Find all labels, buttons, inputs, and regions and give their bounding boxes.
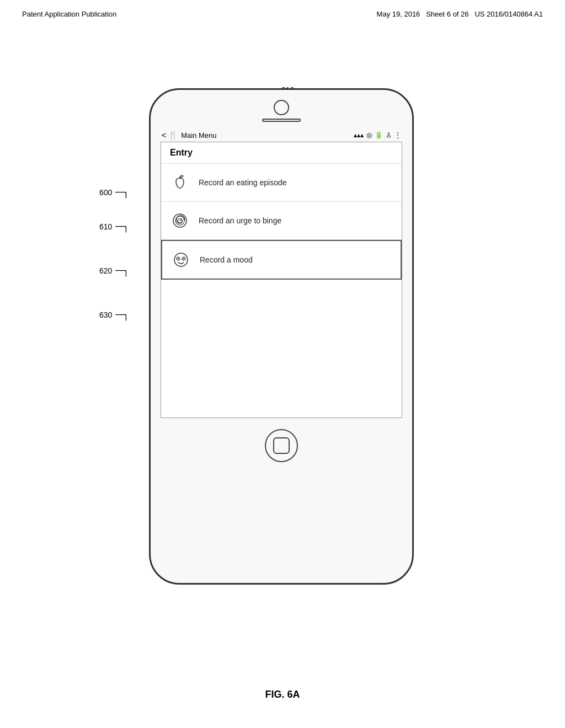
patent-header: Patent Application Publication May 19, 2… (0, 0, 565, 18)
entry-header: Entry (161, 142, 402, 164)
phone-camera (274, 100, 289, 115)
binge-urge-text: Record an urge to binge (199, 216, 281, 225)
phone-container: < 🍴 Main Menu ▴▴▴ ◎ 🔋 ♙ ⋮ Entry (149, 88, 414, 585)
entry-header-text: Entry (170, 148, 193, 157)
patent-header-left-text: Patent Application Publication (22, 10, 116, 18)
menu-item-eating[interactable]: Record an eating episode (161, 164, 402, 202)
svg-point-5 (174, 253, 188, 266)
apple-icon (170, 173, 190, 192)
phone-shell: < 🍴 Main Menu ▴▴▴ ◎ 🔋 ♙ ⋮ Entry (149, 88, 414, 585)
fork-knife-icon: 🍴 (168, 131, 178, 140)
svg-point-8 (178, 258, 179, 259)
home-button-inner (273, 437, 290, 454)
label-600: 600 ─┐ (99, 186, 130, 198)
patent-date: May 19, 2016 (377, 10, 420, 18)
main-menu-title: Main Menu (181, 131, 216, 140)
fig-caption-text: FIG. 6A (265, 689, 300, 700)
screen-content: Entry Record an (161, 142, 402, 418)
home-button-container (151, 429, 412, 462)
label-620: 620 ─┐ (99, 265, 130, 276)
status-bar-left: < 🍴 Main Menu (162, 131, 217, 140)
patent-header-right: May 19, 2016 Sheet 6 of 26 US 2016/01408… (377, 10, 543, 18)
label-630: 630 ─┐ (99, 309, 130, 320)
screen-empty-area (161, 280, 402, 417)
figure-caption: FIG. 6A (0, 689, 565, 700)
menu-item-mood[interactable]: Record a mood (161, 240, 402, 280)
phone-top (151, 90, 412, 122)
svg-point-9 (183, 258, 184, 259)
wifi-icon: ◎ (366, 131, 372, 139)
status-bar-right: ▴▴▴ ◎ 🔋 ♙ ⋮ (354, 131, 401, 139)
patent-header-left: Patent Application Publication (22, 10, 116, 18)
spiral-icon (170, 211, 190, 231)
status-bar: < 🍴 Main Menu ▴▴▴ ◎ 🔋 ♙ ⋮ (151, 126, 412, 142)
back-button[interactable]: < (162, 131, 166, 140)
home-button[interactable] (265, 429, 298, 462)
label-610: 610 ─┐ (99, 221, 130, 232)
person-icon: ♙ (386, 131, 392, 139)
mood-text: Record a mood (200, 255, 253, 264)
patent-sheet: Sheet 6 of 26 (426, 10, 468, 18)
eating-episode-text: Record an eating episode (199, 178, 287, 187)
battery-icon: 🔋 (375, 131, 383, 139)
side-labels: 600 ─┐ 610 ─┐ 620 ─┐ 630 ─┐ (0, 88, 149, 585)
smiley-icon (171, 250, 191, 270)
patent-number: US 2016/0140864 A1 (475, 10, 543, 18)
more-icon: ⋮ (395, 131, 401, 139)
phone-speaker (262, 119, 301, 122)
signal-icon: ▴▴▴ (354, 131, 364, 139)
menu-item-binge[interactable]: Record an urge to binge (161, 202, 402, 240)
svg-point-1 (180, 175, 184, 178)
